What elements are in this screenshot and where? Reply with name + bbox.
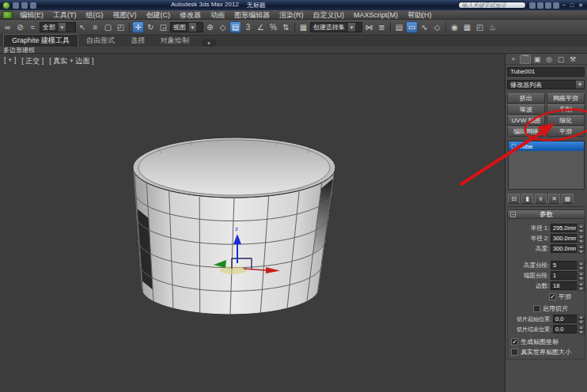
menu-maxscript[interactable]: MAXScript(M) bbox=[349, 10, 403, 20]
render-production-icon[interactable]: ♨ bbox=[487, 21, 498, 33]
menu-views[interactable]: 视图(V) bbox=[108, 10, 142, 20]
curve-editor-icon[interactable]: ∿ bbox=[418, 21, 430, 33]
menu-rendering[interactable]: 渲染(R) bbox=[275, 10, 309, 20]
generate-mapping-coords-row[interactable]: ✓ 生成贴图坐标 bbox=[511, 337, 559, 346]
maximize-button[interactable]: □ bbox=[569, 2, 575, 9]
select-and-move-icon[interactable]: ✛ bbox=[132, 21, 144, 33]
modifier-button-edit-mesh[interactable]: 编辑网格 bbox=[507, 126, 545, 137]
pin-stack-icon[interactable]: ⊟ bbox=[508, 194, 520, 204]
menu-customize[interactable]: 自定义(U) bbox=[309, 10, 350, 20]
window-crossing-icon[interactable]: ◰ bbox=[115, 21, 127, 33]
minimize-button[interactable]: − bbox=[561, 2, 567, 9]
tab-utilities-icon[interactable]: ⚒ bbox=[567, 55, 578, 64]
menu-edit[interactable]: 编辑(E) bbox=[15, 10, 48, 20]
height-segments-spinner[interactable]: ▴▾ bbox=[578, 261, 585, 270]
polygon-modeling-panel-label[interactable]: 多边形建模 bbox=[3, 47, 35, 54]
percent-snap-icon[interactable]: % bbox=[267, 21, 279, 33]
make-unique-icon[interactable]: ∨ bbox=[535, 194, 547, 204]
stack-item-tube[interactable]: ▢ Tube bbox=[509, 141, 584, 151]
keyboard-shortcut-override-icon[interactable]: ▤ bbox=[229, 21, 241, 33]
real-world-map-size-row[interactable]: 真实世界贴图大小 bbox=[511, 348, 571, 356]
menu-group[interactable]: 组(G) bbox=[81, 10, 108, 20]
menu-create[interactable]: 创建(C) bbox=[142, 10, 176, 20]
selection-filter-dropdown[interactable]: 全部 ▼ bbox=[40, 22, 76, 32]
parameters-rollout-header[interactable]: − 参数 bbox=[507, 209, 585, 219]
select-and-link-icon[interactable]: ∞ bbox=[2, 21, 13, 33]
viewport[interactable]: z [ + ] [ 正交 ] [ 真实 + 边面 ] bbox=[0, 54, 505, 392]
edit-named-selection-sets-icon[interactable]: ▦ bbox=[297, 21, 309, 33]
bind-to-space-warp-icon[interactable]: ≈ bbox=[27, 21, 39, 33]
render-setup-icon[interactable]: ▦ bbox=[461, 21, 473, 33]
radius1-field[interactable]: 295.0mm bbox=[551, 224, 577, 232]
redo-icon[interactable] bbox=[30, 2, 36, 9]
angle-snap-icon[interactable]: ∠ bbox=[255, 21, 267, 33]
menu-help[interactable]: 帮助(H) bbox=[403, 10, 437, 20]
object-name-field[interactable]: Tube001 bbox=[507, 67, 585, 77]
generate-mapping-coords-checkbox[interactable]: ✓ bbox=[511, 338, 518, 345]
application-menu-button[interactable] bbox=[2, 2, 10, 9]
slice-from-field[interactable]: 0.0 bbox=[553, 315, 577, 323]
menu-graph-editors[interactable]: 图形编辑器 bbox=[229, 10, 275, 20]
modifier-stack-list[interactable]: ▢ Tube bbox=[508, 141, 585, 190]
real-world-map-size-checkbox[interactable] bbox=[511, 349, 518, 356]
height-segments-field[interactable]: 5 bbox=[551, 261, 577, 270]
menu-modifiers[interactable]: 修改器 bbox=[175, 10, 206, 20]
tab-graphite-modeling[interactable]: Graphite 建模工具 bbox=[3, 34, 78, 47]
search-icon[interactable] bbox=[529, 2, 536, 9]
modifier-button-lathe[interactable]: 车削 bbox=[547, 104, 585, 115]
tab-object-paint[interactable]: 对象绘制 bbox=[153, 35, 197, 47]
layer-manager-icon[interactable]: ▤ bbox=[393, 21, 405, 33]
infocenter-search-input[interactable] bbox=[458, 2, 526, 9]
modifier-button-smooth[interactable]: 平滑 bbox=[547, 126, 585, 137]
reference-coordinate-system-dropdown[interactable]: 视图 ▼ bbox=[170, 22, 203, 32]
modifier-button-extrude[interactable]: 挤出 bbox=[507, 93, 545, 104]
tab-create-icon[interactable]: + bbox=[508, 55, 519, 64]
undo-icon[interactable] bbox=[21, 2, 28, 9]
rendered-frame-window-icon[interactable]: ◰ bbox=[474, 21, 486, 33]
modifier-button-meshsmooth[interactable]: 网格平滑 bbox=[547, 93, 585, 104]
tab-display-icon[interactable]: ▢ bbox=[555, 55, 566, 64]
unlink-selection-icon[interactable]: ⊘ bbox=[14, 21, 26, 33]
rectangular-selection-region-icon[interactable]: ▢ bbox=[102, 21, 114, 33]
menu-animation[interactable]: 动画 bbox=[206, 10, 229, 20]
align-icon[interactable]: ≣ bbox=[376, 21, 388, 33]
show-end-result-icon[interactable]: ▮ bbox=[521, 194, 533, 204]
viewport-shading-label[interactable]: [ 真实 + 边面 ] bbox=[49, 56, 93, 66]
select-object-icon[interactable]: ↖ bbox=[77, 21, 89, 33]
save-icon[interactable] bbox=[13, 2, 19, 9]
cap-segments-spinner[interactable]: ▴▾ bbox=[578, 271, 585, 280]
select-by-name-icon[interactable]: ≡ bbox=[89, 21, 101, 33]
menu-tools[interactable]: 工具(T) bbox=[48, 10, 81, 20]
smooth-checkbox-row[interactable]: ✓ 平滑 bbox=[549, 292, 571, 301]
height-spinner[interactable]: ▴▾ bbox=[578, 244, 585, 253]
graphite-modeling-tools-icon[interactable]: ▭ bbox=[406, 21, 418, 33]
mirror-icon[interactable]: ⋈ bbox=[363, 21, 375, 33]
radius2-spinner[interactable]: ▴▾ bbox=[578, 234, 585, 243]
max-logo-icon[interactable] bbox=[2, 11, 13, 19]
tab-freeform[interactable]: 自由形式 bbox=[78, 35, 123, 47]
enable-slice-checkbox-row[interactable]: 启用切片 bbox=[533, 304, 568, 313]
sides-spinner[interactable]: ▴▾ bbox=[578, 281, 585, 290]
close-button[interactable]: ✕ bbox=[577, 2, 585, 9]
modifier-button-uvw-map[interactable]: UVW 贴图 bbox=[507, 115, 545, 126]
viewport-menu-label[interactable]: [ + ] bbox=[4, 56, 16, 66]
height-field[interactable]: 300.0mm bbox=[551, 244, 577, 253]
smooth-checkbox[interactable]: ✓ bbox=[549, 293, 556, 300]
favorites-icon[interactable] bbox=[545, 2, 551, 9]
use-pivot-point-center-icon[interactable]: ⊕ bbox=[204, 21, 216, 33]
ribbon-minimize-icon[interactable]: ▼ bbox=[202, 40, 216, 47]
snaps-toggle-icon[interactable]: 3 bbox=[242, 21, 254, 33]
tab-selection[interactable]: 选择 bbox=[123, 35, 153, 47]
select-and-scale-icon[interactable]: ◲ bbox=[157, 21, 169, 33]
slice-from-spinner[interactable]: ▴▾ bbox=[578, 315, 585, 323]
select-and-rotate-icon[interactable]: ↻ bbox=[145, 21, 157, 33]
sides-field[interactable]: 18 bbox=[551, 281, 577, 290]
spinner-snap-icon[interactable]: ⇅ bbox=[280, 21, 292, 33]
cap-segments-field[interactable]: 1 bbox=[551, 271, 577, 280]
schematic-view-icon[interactable]: ◇ bbox=[431, 21, 443, 33]
tab-motion-icon[interactable]: ◎ bbox=[543, 55, 555, 64]
named-selection-sets-dropdown[interactable]: 创建选择集 ▼ bbox=[310, 22, 362, 32]
radius1-spinner[interactable]: ▴▾ bbox=[578, 224, 585, 232]
modifier-list-dropdown[interactable]: 修改器列表 ▼ bbox=[507, 80, 585, 89]
radius2-field[interactable]: 300.0mm bbox=[551, 234, 577, 243]
